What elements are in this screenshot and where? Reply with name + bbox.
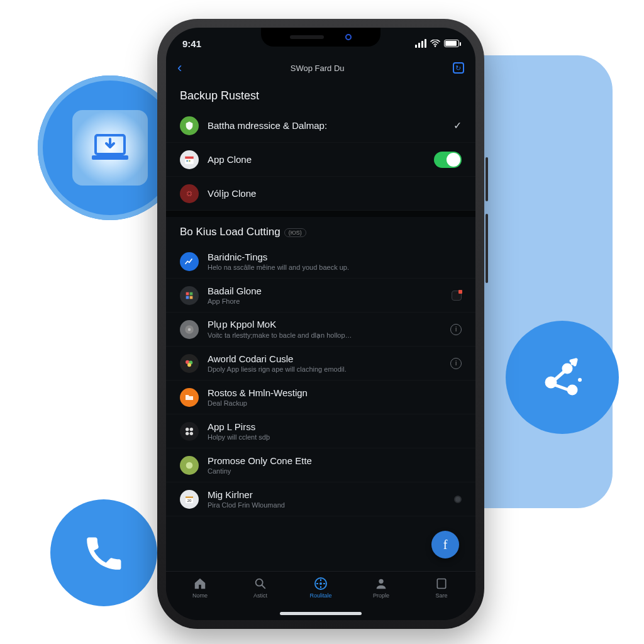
radio-off-icon[interactable] — [454, 496, 462, 503]
row-subtitle: Pira Clod Frin Wloumand — [208, 501, 445, 509]
grid-icon — [180, 286, 199, 305]
disc-icon — [180, 320, 199, 339]
tab-label: Roulitale — [309, 592, 331, 599]
svg-point-6 — [435, 45, 436, 47]
row-promose[interactable]: Promose Only Cone Ette Cantiny — [166, 448, 475, 482]
row-baridnic[interactable]: Baridnic-Tings Helo na sscâlle mêine wil… — [166, 245, 475, 279]
row-migkirlner[interactable]: 20 Mig Kirlner Pira Clod Frin Wloumand — [166, 482, 475, 516]
battery-icon — [444, 40, 459, 47]
home-indicator[interactable] — [280, 612, 362, 615]
section2-title: Bo Kius Load Cutting(ЮS) — [166, 217, 475, 245]
svg-point-5 — [578, 378, 582, 382]
svg-point-24 — [190, 431, 193, 435]
row-title: App L Pirss — [208, 421, 453, 432]
row-title: Plụp Kppol MoK — [208, 319, 441, 330]
row-subtitle: Helo na sscâlle mêine will and youd baec… — [208, 264, 453, 271]
row-subtitle: Cantiny — [208, 467, 453, 475]
row-title: Rostos & Hmln-Westign — [208, 387, 453, 398]
decor-circle-phone — [50, 499, 157, 606]
checkmark-icon: ✓ — [453, 119, 462, 131]
tab-label: Nome — [192, 592, 208, 599]
calendar-small-icon: 20 — [180, 490, 199, 509]
laptop-download-icon — [91, 133, 130, 163]
page-title: SWop Fard Du — [291, 64, 345, 73]
tab-label: Sare — [435, 592, 447, 599]
compass-icon — [313, 577, 328, 591]
svg-point-23 — [186, 431, 189, 435]
row-subtitle: Dpoly App liesis rign ape will claching … — [208, 365, 441, 373]
notch — [261, 28, 380, 47]
tab-label: Prople — [373, 592, 389, 599]
nav-header: ‹ SWop Fard Du — [166, 55, 475, 80]
decor-circle-share — [506, 321, 619, 434]
home-icon — [192, 577, 208, 591]
cluster-icon — [180, 422, 199, 441]
svg-point-20 — [187, 363, 191, 367]
back-button[interactable]: ‹ — [177, 60, 182, 76]
person-icon — [374, 577, 389, 591]
svg-rect-14 — [186, 296, 189, 299]
sync-button[interactable] — [453, 62, 464, 74]
cellular-signal-icon — [415, 39, 426, 48]
bug-icon — [180, 184, 199, 203]
svg-text:20: 20 — [187, 499, 192, 502]
row-label: App Clone — [208, 154, 425, 165]
people-icon — [180, 354, 199, 373]
svg-point-32 — [379, 579, 383, 584]
row-title: Baridnic-Tings — [208, 252, 453, 262]
row-label: Vólịp Clone — [208, 188, 453, 199]
svg-point-25 — [186, 462, 193, 469]
svg-rect-33 — [437, 579, 445, 589]
row-voip-clone[interactable]: Vólịp Clone — [166, 177, 475, 211]
svg-rect-15 — [190, 296, 193, 299]
search-icon — [253, 577, 268, 591]
notification-chip-icon — [452, 291, 462, 301]
wifi-icon — [430, 40, 440, 47]
svg-point-17 — [188, 328, 191, 331]
tab-save[interactable]: Sare — [411, 577, 472, 620]
row-applpirss[interactable]: App L Pirss Holpy will cclent sdþ — [166, 414, 475, 448]
folder-icon — [180, 388, 199, 407]
fab-button[interactable]: f — [431, 531, 459, 558]
info-icon[interactable]: i — [450, 324, 462, 335]
leaf-icon — [180, 456, 199, 475]
status-time: 9:41 — [182, 38, 201, 49]
section-divider — [166, 211, 475, 217]
row-battha[interactable]: Battha mdressice & Dalmap: ✓ — [166, 109, 475, 143]
row-aworld[interactable]: Aworld Codari Cusle Dpoly App liesis rig… — [166, 347, 475, 380]
calendar-icon — [180, 150, 199, 169]
row-title: Mig Kirlner — [208, 489, 445, 500]
row-label: Battha mdressice & Dalmap: — [208, 120, 445, 131]
share-network-icon — [531, 346, 594, 409]
svg-rect-10 — [189, 160, 190, 161]
toggle-on[interactable] — [434, 152, 462, 168]
content-scroll[interactable]: Backup Rustest Battha mdressice & Dalmap… — [166, 80, 475, 571]
row-subtitle: Holpy will cclent sdþ — [208, 433, 453, 441]
svg-rect-8 — [185, 156, 194, 158]
row-app-clone[interactable]: App Clone — [166, 143, 475, 177]
info-icon[interactable]: i — [450, 358, 462, 369]
svg-point-21 — [186, 428, 189, 431]
svg-point-31 — [319, 582, 322, 585]
phone-handset-icon — [82, 531, 126, 575]
shield-icon — [180, 116, 199, 135]
row-subtitle: Deal Rackup — [208, 399, 453, 407]
phone-screen: 9:41 ‹ SWop Fard Du Backup Rustest — [166, 28, 475, 620]
fab-label: f — [443, 538, 448, 552]
svg-rect-1 — [92, 155, 128, 160]
row-rostos[interactable]: Rostos & Hmln-Westign Deal Rackup — [166, 380, 475, 414]
row-plup[interactable]: Plụp Kppol MoK Voitс ta rlestty;make to … — [166, 313, 475, 347]
svg-rect-9 — [187, 160, 188, 161]
svg-rect-13 — [190, 292, 193, 295]
svg-point-22 — [190, 428, 193, 431]
row-badail[interactable]: Badail Glone App Fhore — [166, 279, 475, 313]
svg-rect-27 — [186, 496, 193, 498]
tab-home[interactable]: Nome — [170, 577, 230, 620]
row-title: Badail Glone — [208, 286, 443, 296]
row-title: Aworld Codari Cusle — [208, 353, 441, 364]
svg-rect-12 — [186, 292, 189, 295]
bookmark-icon — [434, 577, 449, 591]
svg-point-29 — [256, 579, 263, 586]
chart-icon — [180, 252, 199, 271]
row-title: Promose Only Cone Ette — [208, 455, 453, 466]
